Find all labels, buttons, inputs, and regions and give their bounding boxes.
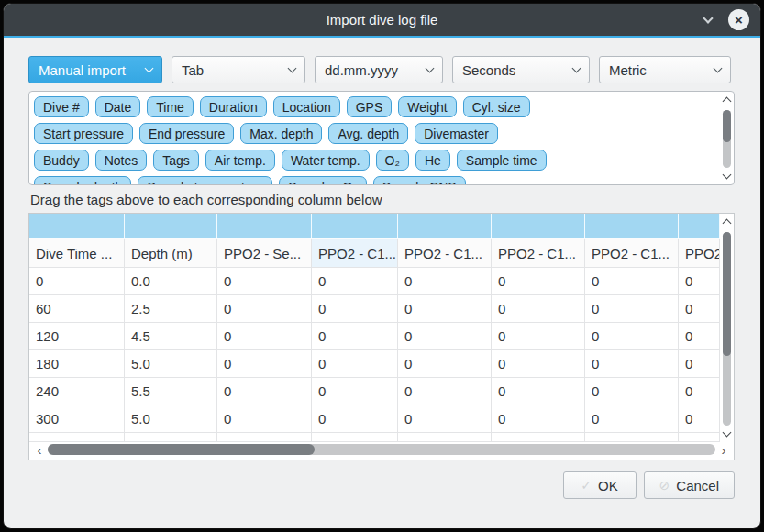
duration-format-select[interactable]: Seconds <box>452 56 590 83</box>
tag-chip-end-pressure[interactable]: End pressure <box>139 123 234 144</box>
scroll-right-icon[interactable]: › <box>718 443 729 457</box>
tag-chip-air-temp[interactable]: Air temp. <box>205 150 275 171</box>
table-cell: 0 <box>217 378 312 405</box>
table-cell: 240 <box>29 378 125 405</box>
cancel-icon: ⊘ <box>659 478 670 493</box>
tag-chip-avg-depth[interactable]: Avg. depth <box>328 123 408 144</box>
date-format-value: dd.mm.yyyy <box>325 62 398 78</box>
column-drop-target[interactable] <box>217 214 312 239</box>
table-cell: 0 <box>398 378 492 405</box>
table-cell: 0 <box>29 268 125 295</box>
column-drop-target[interactable] <box>492 214 585 239</box>
tag-chip-date[interactable]: Date <box>95 96 141 117</box>
column-drop-row <box>29 214 720 239</box>
column-drop-target[interactable] <box>125 214 217 239</box>
column-drop-target[interactable] <box>585 214 679 239</box>
cancel-button[interactable]: ⊘ Cancel <box>644 471 735 499</box>
tag-chip-duration[interactable]: Duration <box>200 96 267 117</box>
tag-chip-he[interactable]: He <box>415 150 450 171</box>
column-header: PPO2 - C1... <box>398 239 492 268</box>
tag-chip-dive-number[interactable]: Dive # <box>34 96 89 117</box>
shade-button[interactable] <box>700 12 716 28</box>
table-cell: 0 <box>398 405 492 433</box>
table-cell: 0 <box>585 405 679 433</box>
table-cell: 0 <box>585 295 679 323</box>
column-header: Depth (m) <box>125 239 217 268</box>
column-drop-target[interactable] <box>29 214 125 239</box>
table-row: 240 5.5 0 0 0 0 0 0 <box>29 378 720 405</box>
table-cell: 0 <box>312 268 398 295</box>
column-drop-target[interactable] <box>398 214 492 239</box>
column-drop-target[interactable] <box>312 214 398 239</box>
tag-chip-o2[interactable]: O₂ <box>376 150 409 171</box>
tag-chip-location[interactable]: Location <box>273 96 340 117</box>
tag-chip-sample-temperature[interactable]: Sample temperature <box>138 176 272 184</box>
tag-chip-divemaster[interactable]: Divemaster <box>415 123 498 144</box>
tag-chip-sample-time[interactable]: Sample time <box>457 150 547 171</box>
column-header: PPO2 - C1... <box>585 239 679 268</box>
tag-chip-tags[interactable]: Tags <box>153 150 199 171</box>
tag-chip-start-pressure[interactable]: Start pressure <box>34 123 133 144</box>
scroll-left-icon[interactable]: ‹ <box>34 443 45 457</box>
tag-chip-weight[interactable]: Weight <box>398 96 456 117</box>
table-vertical-scrollbar[interactable] <box>720 214 734 442</box>
drag-hint-label: Drag the tags above to each correspondin… <box>30 192 735 207</box>
table-horizontal-scrollbar[interactable]: ‹ › <box>29 442 734 460</box>
import-mode-select[interactable]: Manual import <box>28 56 162 83</box>
column-header: PPO2 - C1... <box>312 239 398 268</box>
chevron-down-icon <box>572 64 581 73</box>
scrollbar-thumb[interactable] <box>48 444 315 455</box>
table-cell: 0 <box>679 295 720 323</box>
table-cell: 0 <box>679 405 720 433</box>
tag-chip-sample-cns[interactable]: Sample CNS <box>373 176 466 184</box>
table-cell: 0 <box>217 350 312 378</box>
titlebar: Import dive log file × <box>4 4 760 38</box>
scroll-down-icon[interactable] <box>723 171 732 180</box>
scrollbar-track[interactable] <box>723 232 731 426</box>
column-drop-target[interactable] <box>679 214 720 239</box>
table-cell: 0 <box>679 268 720 295</box>
tag-chip-max-depth[interactable]: Max. depth <box>240 123 322 144</box>
table-row: 180 5.0 0 0 0 0 0 0 <box>29 350 720 378</box>
table-cell: 0 <box>312 323 398 350</box>
close-button[interactable]: × <box>728 9 749 30</box>
table-cell: 0 <box>217 268 312 295</box>
chevron-down-icon <box>426 64 435 73</box>
table-cell: 0 <box>398 350 492 378</box>
field-separator-select[interactable]: Tab <box>172 56 305 83</box>
tag-chip-time[interactable]: Time <box>147 96 194 117</box>
table-cell: 0 <box>312 378 398 405</box>
tag-list-scrollbar[interactable] <box>720 92 734 184</box>
scroll-up-icon[interactable] <box>723 97 732 106</box>
scrollbar-thumb[interactable] <box>723 232 731 356</box>
tag-chip-water-temp[interactable]: Water temp. <box>282 150 370 171</box>
scroll-up-icon[interactable] <box>723 219 732 228</box>
tag-chip-cyl-size[interactable]: Cyl. size <box>463 96 530 117</box>
tag-chip-sample-po2[interactable]: Sample pO₂ <box>279 176 366 184</box>
table-cell: 120 <box>29 323 125 350</box>
scrollbar-track[interactable] <box>48 444 715 455</box>
table-cell: 2.5 <box>125 295 217 323</box>
table-row: 0 0.0 0 0 0 0 0 0 <box>29 268 720 295</box>
scroll-down-icon[interactable] <box>723 428 732 438</box>
ok-button[interactable]: ✓ OK <box>563 471 637 499</box>
dialog-title: Import dive log file <box>4 12 760 28</box>
table-cell: 0 <box>217 405 312 433</box>
scrollbar-thumb[interactable] <box>723 110 731 142</box>
tag-chip-notes[interactable]: Notes <box>95 150 148 171</box>
date-format-select[interactable]: dd.mm.yyyy <box>315 56 443 83</box>
tag-chip-gps[interactable]: GPS <box>347 96 393 117</box>
table-cell: 0 <box>398 323 492 350</box>
import-options-row: Manual import Tab dd.mm.yyyy Seconds Met… <box>28 56 735 83</box>
tag-chip-buddy[interactable]: Buddy <box>34 150 89 171</box>
import-mode-value: Manual import <box>39 62 126 78</box>
table-cell: 0.0 <box>125 268 217 295</box>
units-select[interactable]: Metric <box>599 56 731 83</box>
chevron-down-icon <box>703 13 713 23</box>
table-cell: 0 <box>217 323 312 350</box>
table-cell: 0 <box>492 405 585 433</box>
tag-list-panel: Dive # Date Time Duration Location GPS W… <box>28 91 735 185</box>
table-cell: 0 <box>398 268 492 295</box>
tag-chip-sample-depth[interactable]: Sample depth <box>34 176 131 184</box>
scrollbar-track[interactable] <box>723 110 731 168</box>
